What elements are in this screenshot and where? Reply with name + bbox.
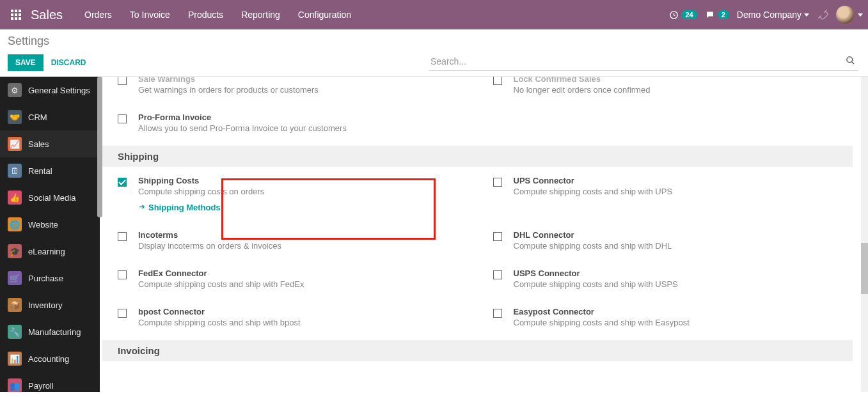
- checkbox-ups[interactable]: [493, 178, 502, 187]
- user-avatar[interactable]: [836, 6, 854, 24]
- menu-configuration[interactable]: Configuration: [292, 2, 358, 27]
- svg-rect-8: [19, 17, 21, 20]
- menu-orders[interactable]: Orders: [78, 2, 118, 27]
- setting-desc: No longer edit orders once confirmed: [514, 85, 847, 95]
- checkbox-dhl[interactable]: [493, 232, 502, 241]
- sidebar-item-payroll[interactable]: 👥Payroll: [0, 372, 100, 392]
- search-icon[interactable]: [843, 56, 858, 67]
- sidebar-item-label: Accounting: [28, 354, 69, 364]
- setting-fedex: FedEx Connector Compute shipping costs a…: [102, 260, 478, 298]
- setting-shipping-costs: Shipping Costs Compute shipping costs on…: [102, 167, 478, 221]
- setting-title: Sale Warnings: [138, 77, 471, 84]
- sidebar-item-purchase[interactable]: 🛒Purchase: [0, 265, 100, 292]
- setting-desc: Compute shipping costs and ship with USP…: [514, 279, 847, 289]
- user-caret-icon[interactable]: [858, 13, 863, 17]
- sidebar-icon: 🛒: [8, 271, 22, 285]
- svg-rect-7: [15, 17, 17, 20]
- svg-rect-1: [15, 10, 17, 12]
- setting-lock-confirmed: Lock Confirmed Sales No longer edit orde…: [478, 77, 853, 104]
- checkbox-sale-warnings[interactable]: [118, 77, 127, 85]
- section-invoicing: Invoicing: [102, 340, 853, 361]
- sidebar-icon: ⚙: [8, 83, 22, 97]
- checkbox-bpost[interactable]: [118, 309, 127, 318]
- sidebar-item-label: Manufacturing: [28, 327, 81, 337]
- sidebar-item-crm[interactable]: 🤝CRM: [0, 104, 100, 130]
- control-panel: Settings SAVE DISCARD: [0, 29, 868, 77]
- sidebar-item-website[interactable]: 🌐Website: [0, 211, 100, 238]
- sidebar-icon: 🎓: [8, 244, 22, 258]
- svg-rect-6: [11, 17, 13, 20]
- checkbox-fedex[interactable]: [118, 270, 127, 279]
- menu-reporting[interactable]: Reporting: [235, 2, 287, 27]
- app-brand[interactable]: Sales: [31, 8, 63, 22]
- menu-to-invoice[interactable]: To Invoice: [123, 2, 177, 27]
- checkbox-incoterms[interactable]: [118, 232, 127, 241]
- svg-rect-2: [19, 10, 21, 12]
- sidebar-item-accounting[interactable]: 📊Accounting: [0, 345, 100, 372]
- svg-rect-0: [11, 10, 13, 12]
- menu-products[interactable]: Products: [182, 2, 230, 27]
- sidebar-item-elearning[interactable]: 🎓eLearning: [0, 238, 100, 265]
- checkbox-shipping-costs[interactable]: [118, 178, 127, 187]
- setting-desc: Compute shipping costs and ship with UPS: [514, 187, 847, 196]
- svg-rect-3: [11, 13, 13, 16]
- sidebar-item-rental[interactable]: 🗓Rental: [0, 157, 100, 184]
- debug-icon[interactable]: [817, 8, 828, 22]
- top-menu: Orders To Invoice Products Reporting Con…: [78, 2, 358, 27]
- setting-title: Pro-Forma Invoice: [138, 113, 471, 122]
- setting-desc: Compute shipping costs and ship with Fed…: [138, 279, 471, 289]
- sidebar-item-social-media[interactable]: 👍Social Media: [0, 184, 100, 211]
- setting-desc: Compute shipping costs and ship with DHL: [514, 241, 847, 251]
- sidebar-icon: 📊: [8, 352, 22, 366]
- setting-bpost: bpost Connector Compute shipping costs a…: [102, 298, 478, 336]
- setting-proforma: Pro-Forma Invoice Allows you to send Pro…: [102, 104, 478, 142]
- breadcrumb: Settings: [8, 35, 88, 48]
- apps-menu-icon[interactable]: [5, 10, 27, 20]
- setting-desc: Compute shipping costs and ship with bpo…: [138, 318, 471, 327]
- section-shipping: Shipping: [102, 146, 853, 167]
- sidebar-icon: 👍: [8, 191, 22, 205]
- sidebar-icon: 🗓: [8, 164, 22, 178]
- setting-title: DHL Connector: [514, 230, 847, 240]
- setting-title: FedEx Connector: [138, 269, 471, 278]
- setting-title: bpost Connector: [138, 307, 471, 316]
- activities-button[interactable]: 24: [669, 10, 697, 20]
- svg-rect-5: [19, 13, 21, 16]
- checkbox-proforma[interactable]: [118, 114, 127, 123]
- setting-title: Lock Confirmed Sales: [514, 77, 847, 84]
- checkbox-lock-confirmed[interactable]: [493, 77, 502, 85]
- save-button[interactable]: SAVE: [8, 54, 43, 71]
- sidebar-item-label: CRM: [28, 113, 47, 122]
- sidebar-item-label: Website: [28, 220, 58, 230]
- svg-point-10: [847, 57, 853, 63]
- sidebar-icon: 👥: [8, 378, 22, 392]
- chat-icon: [705, 10, 715, 20]
- discard-button[interactable]: DISCARD: [49, 54, 89, 71]
- search-input[interactable]: [429, 52, 843, 70]
- settings-sidebar: ⚙General Settings🤝CRM📈Sales🗓Rental👍Socia…: [0, 77, 100, 392]
- sidebar-item-manufacturing[interactable]: 🔧Manufacturing: [0, 318, 100, 345]
- messages-button[interactable]: 2: [705, 10, 729, 20]
- setting-desc: Allows you to send Pro-Forma Invoice to …: [138, 123, 471, 133]
- checkbox-easypost[interactable]: [493, 309, 502, 318]
- setting-title: Easypost Connector: [514, 307, 847, 316]
- setting-title: Shipping Costs: [138, 176, 471, 185]
- sidebar-item-label: Social Media: [28, 193, 75, 203]
- sidebar-icon: 📈: [8, 137, 22, 151]
- setting-title: USPS Connector: [514, 269, 847, 278]
- sidebar-item-label: Payroll: [28, 381, 54, 391]
- checkbox-usps[interactable]: [493, 270, 502, 279]
- setting-desc: Compute shipping costs on orders: [138, 187, 471, 196]
- sidebar-item-inventory[interactable]: 📦Inventory: [0, 292, 100, 318]
- sidebar-item-sales[interactable]: 📈Sales: [0, 130, 100, 157]
- link-shipping-methods[interactable]: Shipping Methods: [138, 203, 221, 212]
- company-switcher[interactable]: Demo Company: [737, 10, 809, 20]
- top-navbar: Sales Orders To Invoice Products Reporti…: [0, 0, 868, 29]
- search-field[interactable]: [429, 52, 858, 71]
- activities-badge: 24: [681, 10, 697, 19]
- svg-rect-4: [15, 13, 17, 16]
- sidebar-item-label: Rental: [28, 166, 52, 176]
- sidebar-item-general-settings[interactable]: ⚙General Settings: [0, 77, 100, 104]
- sidebar-scrollbar[interactable]: [97, 77, 102, 217]
- setting-dhl: DHL Connector Compute shipping costs and…: [478, 221, 853, 260]
